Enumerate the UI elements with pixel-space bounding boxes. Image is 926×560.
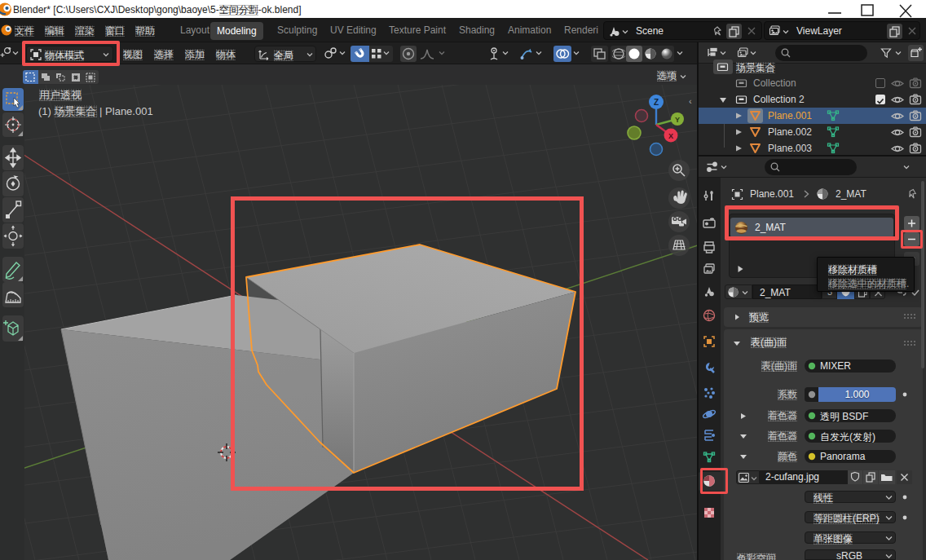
svg-text:Y: Y bbox=[675, 116, 680, 124]
svg-text:‹: ‹ bbox=[689, 96, 692, 106]
svg-text:X: X bbox=[668, 132, 673, 140]
svg-text:Z: Z bbox=[654, 98, 659, 107]
